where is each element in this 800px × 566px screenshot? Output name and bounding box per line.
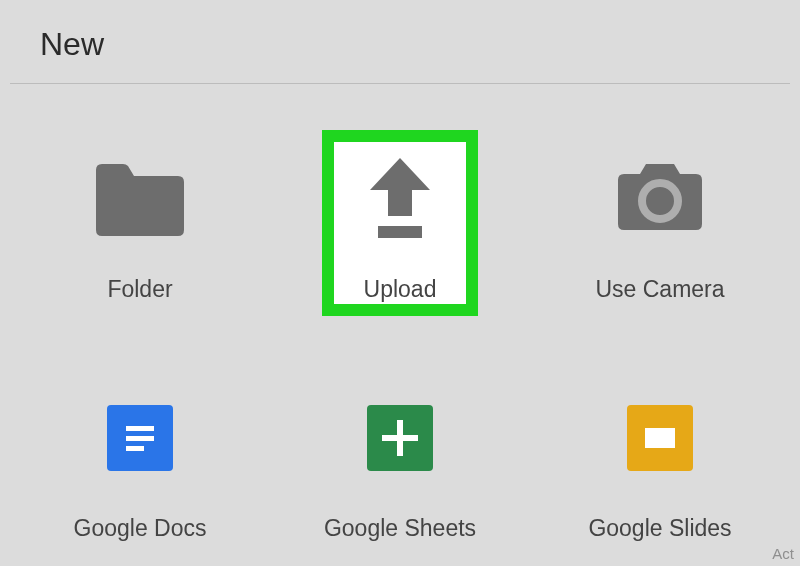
svg-rect-4: [126, 436, 154, 441]
option-upload-label: Upload: [364, 276, 437, 303]
watermark-text: Act: [772, 545, 794, 562]
svg-rect-7: [382, 435, 418, 441]
option-google-sheets[interactable]: Google Sheets: [270, 383, 530, 542]
option-google-sheets-label: Google Sheets: [324, 515, 476, 542]
option-use-camera-label: Use Camera: [595, 276, 724, 303]
camera-icon: [610, 144, 710, 254]
option-google-slides[interactable]: Google Slides: [530, 383, 790, 542]
option-google-docs-label: Google Docs: [74, 515, 207, 542]
folder-icon: [90, 144, 190, 254]
option-upload[interactable]: Upload: [270, 144, 530, 303]
header: New: [0, 0, 800, 83]
options-grid: Folder Upload Use Camera: [0, 84, 800, 542]
option-folder-label: Folder: [107, 276, 172, 303]
svg-marker-0: [370, 158, 430, 216]
option-folder[interactable]: Folder: [10, 144, 270, 303]
option-use-camera[interactable]: Use Camera: [530, 144, 790, 303]
upload-icon: [360, 144, 440, 254]
google-sheets-icon: [367, 383, 433, 493]
option-google-docs[interactable]: Google Docs: [10, 383, 270, 542]
page-title: New: [40, 26, 760, 63]
svg-rect-1: [378, 226, 422, 238]
svg-rect-3: [126, 426, 154, 431]
svg-rect-5: [126, 446, 144, 451]
google-slides-icon: [627, 383, 693, 493]
svg-rect-8: [645, 428, 675, 448]
option-google-slides-label: Google Slides: [588, 515, 731, 542]
google-docs-icon: [107, 383, 173, 493]
